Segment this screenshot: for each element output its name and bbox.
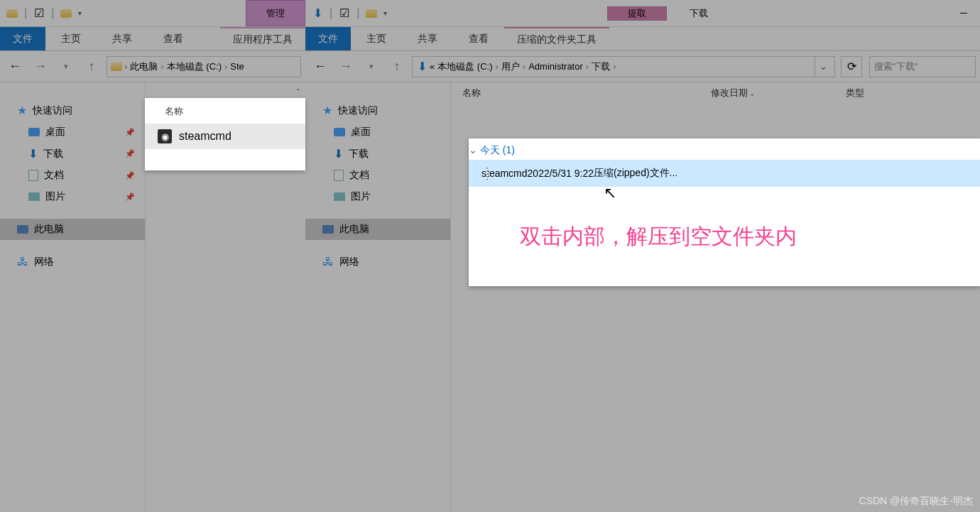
folder-open-icon[interactable] [365,7,378,20]
recent-dropdown[interactable]: ▾ [55,56,77,77]
quick-access-toolbar: ⬇ | ☑ | ▾ [305,7,393,20]
file-tab[interactable]: 文件 [0,27,45,50]
contextual-tab-manage[interactable]: 管理 [246,0,305,26]
download-icon: ⬇ [334,147,343,160]
label: 网络 [339,256,359,268]
label: 桌面 [351,126,371,138]
sidebar-quick-access[interactable]: ★快速访问 [0,99,145,121]
tab-view[interactable]: 查看 [453,27,504,50]
refresh-button[interactable]: ⟳ [841,56,862,77]
sidebar-desktop[interactable]: 桌面 [305,121,450,143]
column-header: 名称 修改日期⌄ 类型 [451,82,980,104]
crumb-prefix: « [428,61,436,72]
address-bar: ← → ▾ ↑ ⬇ « 本地磁盘 (C:) › 用户 › Administrat… [305,51,980,82]
file-tab[interactable]: 文件 [305,27,351,50]
file-row-steamcmd-zip[interactable]: steamcmd 2022/5/31 9:22 压缩(zipped)文件... [469,160,980,187]
up-button[interactable]: ↑ [81,56,102,77]
path-dropdown-icon[interactable]: ⌄ [815,57,832,77]
forward-button[interactable]: → [30,56,51,77]
sidebar-documents[interactable]: 文档📌 [0,165,145,186]
titlebar: ⬇ | ☑ | ▾ 提取 下载 [305,0,980,27]
network-icon: 🖧 [17,256,28,268]
sidebar-network[interactable]: 🖧网络 [0,251,145,273]
label: 图片 [45,190,65,203]
label: 桌面 [45,126,65,138]
tab-share[interactable]: 共享 [97,27,148,50]
download-icon: ⬇ [415,60,428,73]
minimize-button[interactable] [947,3,980,24]
crumb-downloads[interactable]: 下载 [590,60,611,73]
label: 此电脑 [34,223,64,236]
col-type[interactable]: 类型 [834,87,941,99]
up-button[interactable]: ↑ [386,56,408,77]
folder-open-icon[interactable] [60,7,72,20]
tab-view[interactable]: 查看 [148,27,199,50]
sidebar-pictures[interactable]: 图片📌 [0,186,145,207]
label: 下载 [349,148,369,160]
nav-sidebar: ★快速访问 桌面 ⬇下载 文档 图片 此电脑 🖧网络 [305,82,451,512]
ribbon: 文件 主页 共享 查看 应用程序工具 [0,27,305,51]
forward-button[interactable]: → [335,56,356,77]
label: 文档 [44,169,64,182]
sidebar-pictures[interactable]: 图片 [305,186,450,207]
crumb-thispc[interactable]: 此电脑 [129,60,159,73]
sidebar-downloads[interactable]: ⬇下载📌 [0,143,145,165]
tab-app-tools[interactable]: 应用程序工具 [220,27,305,50]
collapse-icon[interactable]: ⌄ [469,144,477,156]
col-date[interactable]: 修改日期⌄ [699,87,834,99]
download-icon: ⬇ [311,7,324,20]
cursor-icon: ↖ [604,184,616,202]
contextual-tab-extract[interactable]: 提取 [607,6,667,21]
tab-home[interactable]: 主页 [351,27,402,50]
col-name[interactable]: 名称 [451,87,699,99]
tab-share[interactable]: 共享 [402,27,453,50]
qat-sep: | [24,7,27,20]
picture-icon [334,192,345,201]
pc-icon [322,225,334,234]
breadcrumb-path[interactable]: › 此电脑 › 本地磁盘 (C:) › Ste [107,56,301,77]
crumb-drive[interactable]: 本地磁盘 (C:) [436,60,494,73]
desktop-icon [334,128,345,136]
label: 文档 [349,169,369,182]
tab-zip-tools[interactable]: 压缩的文件夹工具 [504,27,609,50]
file-date: 2022/5/31 9:22 [528,168,594,179]
collapse-ribbon-icon[interactable]: ˆ [297,88,300,98]
crumb-drive[interactable]: 本地磁盘 (C:) [165,60,223,73]
qat-dropdown-icon[interactable]: ▾ [383,9,387,17]
sidebar-downloads[interactable]: ⬇下载 [305,143,450,165]
pin-icon: 📌 [125,171,135,180]
document-icon [334,170,344,181]
properties-icon[interactable]: ☑ [338,7,351,20]
titlebar: | ☑ | ▾ 管理 [0,0,305,27]
sidebar-network[interactable]: 🖧网络 [305,251,450,273]
group-today[interactable]: ⌄ 今天 (1) [469,138,980,160]
download-icon: ⬇ [28,147,38,160]
pin-icon: 📌 [125,192,135,202]
crumb-users[interactable]: 用户 [500,60,521,73]
sidebar-quick-access[interactable]: ★快速访问 [305,99,450,121]
label: 网络 [34,256,54,268]
crumb-last[interactable]: Ste [229,61,246,72]
search-input[interactable]: 搜索"下载" [869,56,976,77]
sort-desc-icon: ⌄ [749,89,755,97]
sidebar-thispc[interactable]: 此电脑 [0,219,145,240]
properties-icon[interactable]: ☑ [33,7,45,20]
folder-icon [6,7,18,20]
window-title: 下载 [667,7,731,20]
col-name-header[interactable]: 名称 [145,98,305,124]
address-bar: ← → ▾ ↑ › 此电脑 › 本地磁盘 (C:) › Ste [0,51,305,82]
sidebar-thispc[interactable]: 此电脑 [305,219,450,240]
watermark: CSDN @传奇百晓生-明杰 [859,495,973,508]
tab-home[interactable]: 主页 [45,27,97,50]
sidebar-documents[interactable]: 文档 [305,165,450,186]
crumb-admin[interactable]: Administrator [527,61,584,72]
sidebar-desktop[interactable]: 桌面📌 [0,121,145,143]
back-button[interactable]: ← [4,56,26,77]
quick-access-toolbar: | ☑ | ▾ [0,7,87,20]
recent-dropdown[interactable]: ▾ [361,56,382,77]
file-row-steamcmd[interactable]: ◉ steamcmd [145,124,305,149]
breadcrumb-path[interactable]: ⬇ « 本地磁盘 (C:) › 用户 › Administrator › 下载 … [412,56,835,77]
label: 图片 [351,190,371,203]
qat-dropdown-icon[interactable]: ▾ [78,9,82,17]
back-button[interactable]: ← [310,56,331,77]
